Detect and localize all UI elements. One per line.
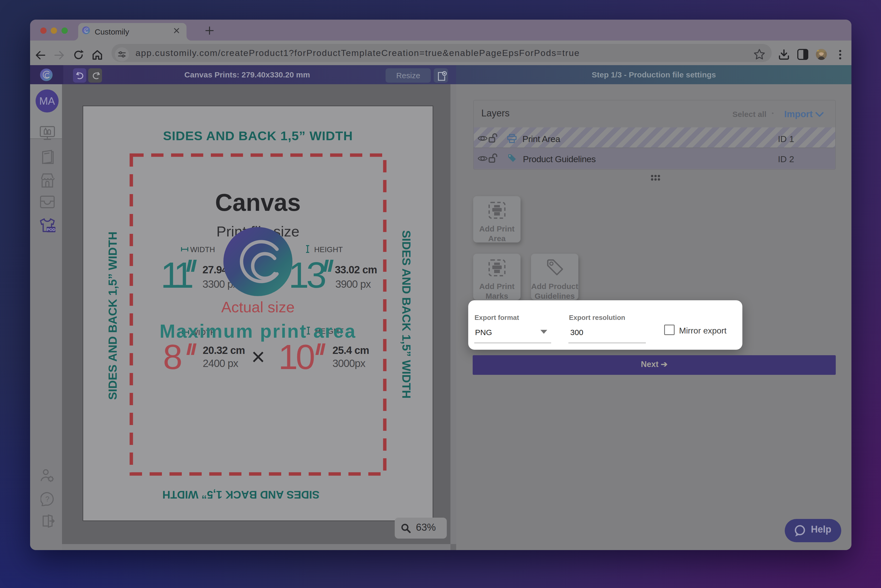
svg-text:POD: POD xyxy=(47,227,56,232)
svg-text:?: ? xyxy=(45,495,50,503)
